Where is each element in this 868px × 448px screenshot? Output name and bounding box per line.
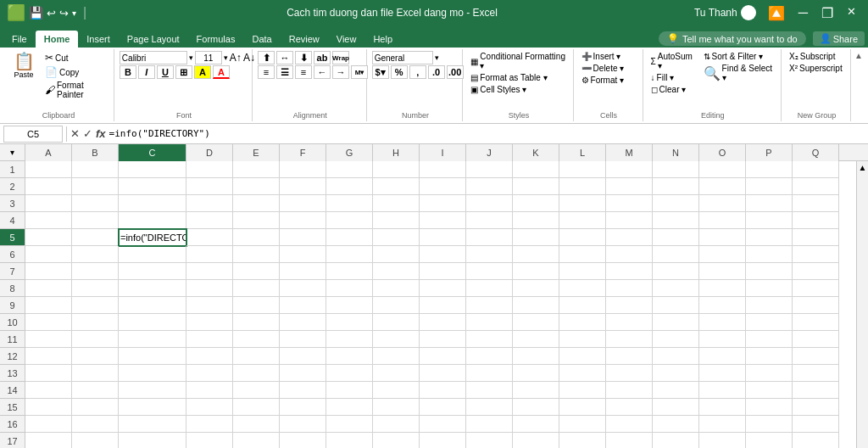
font-name-input[interactable] <box>120 51 187 64</box>
cell-B3[interactable] <box>72 195 119 212</box>
format-btn[interactable]: ⚙ Format ▾ <box>579 75 627 86</box>
cell-Q2[interactable] <box>793 178 839 195</box>
cell-F15[interactable] <box>280 399 326 416</box>
cell-B8[interactable] <box>72 280 119 297</box>
cell-F3[interactable] <box>280 195 326 212</box>
cell-I13[interactable] <box>420 365 466 382</box>
cell-Q10[interactable] <box>793 314 839 331</box>
select-all-btn[interactable]: ▾ <box>10 148 14 157</box>
cell-A5[interactable] <box>25 229 72 246</box>
cell-P13[interactable] <box>746 365 793 382</box>
cell-H10[interactable] <box>373 314 420 331</box>
cell-H13[interactable] <box>373 365 420 382</box>
cell-O9[interactable] <box>699 297 746 314</box>
cell-B1[interactable] <box>72 161 119 178</box>
cell-P16[interactable] <box>746 416 793 433</box>
cell-G17[interactable] <box>326 433 373 448</box>
vertical-scrollbar[interactable]: ▲ ▼ <box>856 161 868 448</box>
cell-F1[interactable] <box>280 161 326 178</box>
cell-I17[interactable] <box>420 433 466 448</box>
cell-L5[interactable] <box>559 229 606 246</box>
cell-D9[interactable] <box>186 297 233 314</box>
row-4[interactable]: 4 <box>0 212 25 229</box>
user-info[interactable]: Tu Thanh <box>694 5 756 20</box>
restore-btn[interactable]: ❐ <box>816 3 838 23</box>
cell-G5[interactable] <box>326 229 373 246</box>
cell-E2[interactable] <box>233 178 280 195</box>
tab-formulas[interactable]: Formulas <box>188 31 244 48</box>
cell-K15[interactable] <box>513 399 559 416</box>
cell-B13[interactable] <box>72 365 119 382</box>
cell-M12[interactable] <box>606 348 653 365</box>
cell-D17[interactable] <box>186 433 233 448</box>
cell-P17[interactable] <box>746 433 793 448</box>
cell-D3[interactable] <box>186 195 233 212</box>
tab-data[interactable]: Data <box>243 31 280 48</box>
cell-M4[interactable] <box>606 212 653 229</box>
cell-O5[interactable] <box>699 229 746 246</box>
find-select-btn[interactable]: 🔍 Find & Select ▾ <box>701 63 778 83</box>
row-16[interactable]: 16 <box>0 416 25 433</box>
cell-B5[interactable] <box>72 229 119 246</box>
cell-N13[interactable] <box>653 365 699 382</box>
bold-button[interactable]: B <box>120 65 136 79</box>
cell-F14[interactable] <box>280 382 326 399</box>
decrease-indent-btn[interactable]: ← <box>314 65 331 79</box>
cell-F5[interactable] <box>280 229 326 246</box>
cell-J7[interactable] <box>466 263 513 280</box>
cell-G9[interactable] <box>326 297 373 314</box>
cell-A12[interactable] <box>25 348 72 365</box>
cell-C9[interactable] <box>119 297 186 314</box>
cell-E12[interactable] <box>233 348 280 365</box>
increase-indent-btn[interactable]: → <box>332 65 349 79</box>
cell-J4[interactable] <box>466 212 513 229</box>
cell-O17[interactable] <box>699 433 746 448</box>
cell-O14[interactable] <box>699 382 746 399</box>
cell-L16[interactable] <box>559 416 606 433</box>
cell-K10[interactable] <box>513 314 559 331</box>
cell-G8[interactable] <box>326 280 373 297</box>
cell-H1[interactable] <box>373 161 420 178</box>
cell-O7[interactable] <box>699 263 746 280</box>
cell-H3[interactable] <box>373 195 420 212</box>
cell-N11[interactable] <box>653 331 699 348</box>
cell-B4[interactable] <box>72 212 119 229</box>
cell-C16[interactable] <box>119 416 186 433</box>
cell-Q6[interactable] <box>793 246 839 263</box>
copy-button[interactable]: 📄 Copy <box>42 65 110 79</box>
cell-E4[interactable] <box>233 212 280 229</box>
cell-F13[interactable] <box>280 365 326 382</box>
cell-N12[interactable] <box>653 348 699 365</box>
undo-icon[interactable]: ↩ <box>47 7 56 20</box>
cell-M15[interactable] <box>606 399 653 416</box>
cell-G7[interactable] <box>326 263 373 280</box>
comma-btn[interactable]: , <box>409 65 426 79</box>
cell-D12[interactable] <box>186 348 233 365</box>
cell-I16[interactable] <box>420 416 466 433</box>
cell-Q16[interactable] <box>793 416 839 433</box>
cell-D4[interactable] <box>186 212 233 229</box>
tab-review[interactable]: Review <box>281 31 328 48</box>
align-left-btn[interactable]: ≡ <box>258 65 275 79</box>
decrease-decimal-btn[interactable]: .0 <box>428 65 445 79</box>
cell-C13[interactable] <box>119 365 186 382</box>
cell-F9[interactable] <box>280 297 326 314</box>
cell-L8[interactable] <box>559 280 606 297</box>
cell-H6[interactable] <box>373 246 420 263</box>
cell-A7[interactable] <box>25 263 72 280</box>
cell-A2[interactable] <box>25 178 72 195</box>
cell-E13[interactable] <box>233 365 280 382</box>
cell-J14[interactable] <box>466 382 513 399</box>
cell-Q4[interactable] <box>793 212 839 229</box>
percent-btn[interactable]: % <box>391 65 408 79</box>
cell-M11[interactable] <box>606 331 653 348</box>
cell-D14[interactable] <box>186 382 233 399</box>
col-header-M[interactable]: M <box>606 144 653 161</box>
tab-view[interactable]: View <box>328 31 365 48</box>
cell-L7[interactable] <box>559 263 606 280</box>
cell-K6[interactable] <box>513 246 559 263</box>
cell-J17[interactable] <box>466 433 513 448</box>
tab-insert[interactable]: Insert <box>78 31 119 48</box>
cell-O12[interactable] <box>699 348 746 365</box>
cell-I14[interactable] <box>420 382 466 399</box>
